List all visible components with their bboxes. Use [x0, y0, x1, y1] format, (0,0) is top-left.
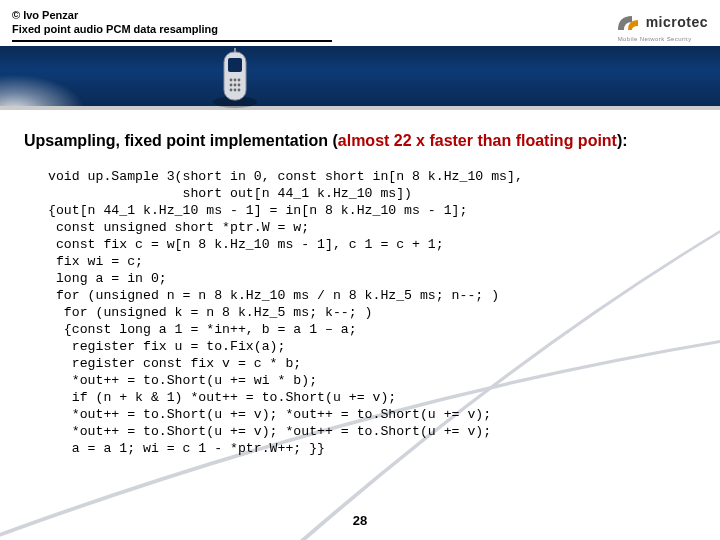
code-line: *out++ = to.Short(u += wi * b);	[48, 373, 317, 388]
code-line: register const fix v = c * b;	[48, 356, 301, 371]
svg-point-4	[234, 79, 237, 82]
code-line: const fix c = w[n 8 k.Hz_10 ms - 1], c 1…	[48, 237, 444, 252]
code-line: short out[n 44_1 k.Hz_10 ms])	[48, 186, 412, 201]
code-line: *out++ = to.Short(u += v); *out++ = to.S…	[48, 424, 491, 439]
svg-point-8	[238, 84, 241, 87]
slide-header: © Ivo Penzar Fixed point audio PCM data …	[12, 8, 218, 36]
svg-point-7	[234, 84, 237, 87]
copyright-text: © Ivo Penzar	[12, 8, 218, 22]
code-line: register fix u = to.Fix(a);	[48, 339, 285, 354]
logo-tagline: Mobile Network Security	[618, 36, 708, 42]
logo-mark	[614, 8, 642, 36]
slide-title: Upsampling, fixed point implementation (…	[24, 132, 628, 150]
banner-wave	[0, 46, 140, 106]
header-subtitle: Fixed point audio PCM data resampling	[12, 22, 218, 36]
code-line: *out++ = to.Short(u += v); *out++ = to.S…	[48, 407, 491, 422]
code-line: if (n + k & 1) *out++ = to.Short(u += v)…	[48, 390, 396, 405]
code-line: {const long a 1 = *in++, b = a 1 – a;	[48, 322, 357, 337]
svg-point-3	[230, 79, 233, 82]
svg-rect-2	[228, 58, 242, 72]
title-highlight: almost 22 x faster than floating point	[338, 132, 617, 149]
banner-strip	[0, 46, 720, 110]
title-tail: ):	[617, 132, 628, 149]
svg-point-9	[230, 89, 233, 92]
code-line: for (unsigned k = n 8 k.Hz_5 ms; k--; )	[48, 305, 372, 320]
svg-point-11	[238, 89, 241, 92]
code-line: long a = in 0;	[48, 271, 167, 286]
company-logo: microtec Mobile Network Security	[614, 8, 708, 42]
svg-point-6	[230, 84, 233, 87]
svg-point-5	[238, 79, 241, 82]
page-number: 28	[0, 513, 720, 528]
code-line: a = a 1; wi = c 1 - *ptr.W++; }}	[48, 441, 325, 456]
code-line: void up.Sample 3(short in 0, const short…	[48, 169, 523, 184]
svg-point-10	[234, 89, 237, 92]
header-rule	[12, 40, 332, 42]
title-lead: Upsampling, fixed point implementation (	[24, 132, 338, 149]
logo-brand-text: microtec	[646, 14, 708, 30]
code-block: void up.Sample 3(short in 0, const short…	[48, 168, 523, 457]
code-line: fix wi = c;	[48, 254, 143, 269]
code-line: for (unsigned n = n 8 k.Hz_10 ms / n 8 k…	[48, 288, 499, 303]
code-line: {out[n 44_1 k.Hz_10 ms - 1] = in[n 8 k.H…	[48, 203, 467, 218]
code-line: const unsigned short *ptr.W = w;	[48, 220, 309, 235]
phone-icon	[210, 48, 260, 114]
